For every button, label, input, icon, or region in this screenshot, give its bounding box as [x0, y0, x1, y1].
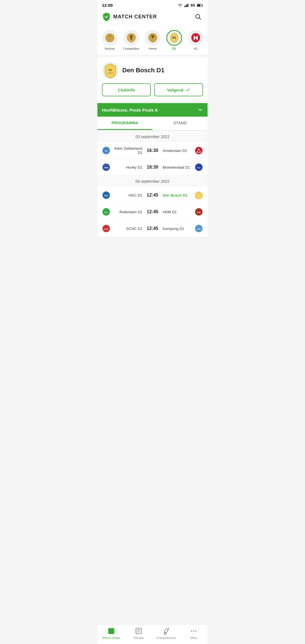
svg-text:'s-Hert.: 's-Hert.	[108, 72, 114, 74]
match-time-1-1: 12:45	[144, 209, 161, 214]
team-name: Den Bosch D1	[122, 67, 164, 74]
svg-text:ROT: ROT	[104, 212, 108, 213]
heren-icon	[147, 32, 158, 43]
away-team-icon-1-1: HDM	[195, 208, 203, 216]
date-header-1: 04 september 2022	[97, 176, 208, 187]
svg-text:HUR: HUR	[104, 167, 108, 169]
tab-stand[interactable]: STAND	[152, 117, 208, 130]
search-button[interactable]	[193, 12, 203, 22]
category-h1[interactable]: H1	[186, 29, 206, 51]
away-team-1-2: Kampong D1	[163, 227, 193, 231]
volgend-button[interactable]: Volgend	[154, 83, 203, 96]
svg-point-9	[109, 36, 111, 38]
away-team-icon-0-0	[195, 146, 203, 155]
volgend-label: Volgend	[167, 88, 183, 92]
home-team-0-1: Hurley D1	[112, 165, 142, 169]
chevron-down-icon	[197, 107, 203, 113]
svg-rect-3	[188, 4, 188, 7]
category-hockey[interactable]: Hockey	[100, 29, 120, 51]
match-row[interactable]: SCHC SCHC D1 12:45 Kampong D1 KAM	[97, 220, 208, 237]
match-time-0-0: 16:30	[144, 148, 161, 153]
match-time-0-1: 18:30	[144, 165, 161, 170]
svg-point-19	[195, 147, 202, 154]
category-circle-competities	[123, 30, 139, 46]
search-icon	[195, 13, 201, 20]
svg-text:HGC: HGC	[104, 195, 108, 197]
app-header: MATCH CENTER	[97, 9, 208, 25]
match-row[interactable]: HUR Hurley D1 18:30 Bloemendaal D1 BLO	[97, 159, 208, 176]
matches-container: 03 september 2022 KZ Klein Zwitserland D…	[97, 131, 208, 237]
home-team-1-2: SCHC D1	[112, 227, 142, 231]
categories-scroll: Hockey Competities Heren	[97, 25, 208, 55]
away-team-icon-1-2: KAM	[195, 224, 203, 233]
match-row[interactable]: HGC HGC D1 12:45 Den Bosch D1	[97, 187, 208, 204]
battery-icon	[197, 4, 203, 7]
category-competities[interactable]: Competities	[121, 29, 141, 51]
home-team-icon-1-1: ROT	[102, 208, 110, 216]
home-team-icon-1-2: SCHC	[102, 224, 110, 233]
category-circle-h1	[188, 30, 204, 46]
away-team-icon-0-1: BLO	[195, 163, 203, 171]
team-logo-icon: HC 's-Hert.	[103, 62, 118, 78]
poule-header[interactable]: Hoofdklasse, Poule Poule A	[97, 103, 208, 117]
svg-text:HDM: HDM	[197, 212, 201, 213]
d1-icon: D1	[169, 32, 180, 43]
away-team-0-0: Amsterdam D1	[163, 149, 193, 153]
check-icon	[185, 87, 190, 92]
svg-text:KZ: KZ	[105, 150, 108, 152]
category-circle-hockey	[102, 30, 118, 46]
home-team-1-0: HGC D1	[112, 193, 142, 197]
tabs: PROGRAMMA STAND	[97, 117, 208, 130]
match-row[interactable]: KZ Klein Zwitserland D1 16:30 Amsterdam …	[97, 142, 208, 159]
team-logo: HC 's-Hert.	[102, 62, 119, 79]
category-te[interactable]: Te Te...	[207, 29, 208, 51]
match-time-1-0: 12:45	[144, 193, 161, 198]
away-team-icon-1-0	[195, 191, 203, 199]
home-team-icon-1-0: HGC	[102, 191, 110, 199]
home-team-0-0: Klein Zwitserland D1	[112, 146, 142, 155]
category-d1[interactable]: D1 D1	[164, 29, 184, 51]
signal-label: 3G	[190, 3, 195, 7]
category-label-competities: Competities	[123, 47, 140, 50]
svg-text:HC: HC	[109, 69, 112, 71]
action-buttons: Clubinfo Volgend	[97, 83, 208, 101]
category-label-heren: Heren	[149, 47, 157, 50]
svg-rect-0	[184, 6, 185, 7]
svg-text:BLO: BLO	[197, 167, 201, 169]
status-icons: 3G	[178, 3, 203, 7]
date-header-0: 03 september 2022	[97, 131, 208, 142]
logo-area: MATCH CENTER	[102, 12, 157, 21]
poule-label: Hoofdklasse, Poule Poule A	[102, 108, 158, 112]
svg-rect-2	[186, 4, 187, 7]
svg-rect-1	[185, 5, 186, 7]
svg-rect-5	[202, 5, 203, 6]
category-circle-d1: D1	[166, 30, 182, 46]
category-label-h1: H1	[194, 47, 198, 50]
status-bar: 12:00 3G	[97, 0, 208, 9]
logo-shield-icon	[102, 12, 111, 21]
match-row[interactable]: ROT Rotterdam D1 12:45 HDM D1 HDM	[97, 204, 208, 220]
svg-line-8	[199, 18, 201, 20]
away-team-0-1: Bloemendaal D1	[163, 165, 193, 169]
category-heren[interactable]: Heren	[143, 29, 163, 51]
category-circle-heren	[145, 30, 161, 46]
svg-rect-6	[197, 4, 201, 6]
home-team-icon-0-1: HUR	[102, 163, 110, 171]
match-time-1-2: 12:45	[144, 226, 161, 231]
app-title: MATCH CENTER	[113, 14, 157, 20]
signal-icon	[184, 4, 189, 7]
competities-icon	[126, 32, 137, 43]
svg-rect-13	[197, 36, 198, 40]
team-header: HC 's-Hert. Den Bosch D1	[97, 57, 208, 83]
svg-text:KAM: KAM	[197, 228, 201, 230]
status-time: 12:00	[102, 3, 113, 8]
category-label-d1: D1	[172, 47, 176, 50]
category-label-hockey: Hockey	[105, 47, 115, 50]
svg-text:D1: D1	[172, 36, 176, 39]
wifi-icon	[178, 4, 182, 7]
away-team-1-0: Den Bosch D1	[163, 193, 193, 197]
away-team-1-1: HDM D1	[163, 210, 193, 214]
clubinfo-button[interactable]: Clubinfo	[102, 83, 151, 96]
tab-programma[interactable]: PROGRAMMA	[97, 117, 152, 130]
svg-text:SCHC: SCHC	[104, 228, 108, 230]
